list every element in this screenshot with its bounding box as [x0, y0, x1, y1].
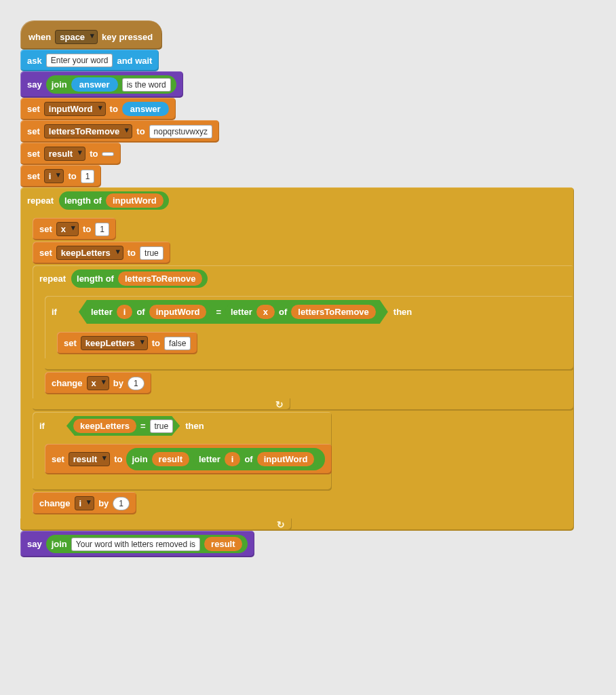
label-set: set: [27, 149, 40, 159]
var-reporter-result-2[interactable]: result: [204, 537, 242, 551]
label-set: set: [27, 171, 40, 181]
join-text-field-2[interactable]: Your word with letters removed is: [71, 538, 200, 551]
var-reporter-result[interactable]: result: [152, 452, 189, 466]
label-if: if: [52, 307, 57, 317]
label-repeat: repeat: [39, 274, 66, 284]
key-dropdown[interactable]: space: [55, 30, 98, 44]
label-to: to: [110, 104, 118, 114]
var-dropdown-keepletters[interactable]: keepLetters: [56, 246, 123, 260]
block-change-x[interactable]: change x by 1: [45, 372, 151, 394]
label-when: when: [28, 32, 51, 42]
block-repeat-inner[interactable]: repeat length of lettersToRemove if: [33, 265, 574, 411]
label-join: join: [52, 539, 67, 549]
block-set-keepletters-false[interactable]: set keepLetters to false: [57, 332, 197, 354]
label-set: set: [52, 454, 64, 464]
label-set: set: [27, 104, 40, 114]
block-set-letterstoremove[interactable]: set lettersToRemove to nopqrstuvwxyz: [20, 120, 219, 143]
block-set-inputword[interactable]: set inputWord to answer: [20, 98, 176, 120]
reporter-answer-1[interactable]: answer: [71, 77, 118, 92]
var-dropdown-x[interactable]: x: [56, 222, 79, 236]
var-dropdown-result-2[interactable]: result: [69, 452, 110, 466]
label-join: join: [52, 79, 67, 90]
var-reporter-letterstoremove[interactable]: lettersToRemove: [118, 271, 203, 286]
label-and-wait: and wait: [117, 56, 152, 66]
reporter-join-result-letter[interactable]: join result letter i of inputWord: [126, 448, 325, 470]
label-then: then: [185, 421, 204, 431]
label-repeat: repeat: [27, 195, 54, 206]
var-reporter-keepletters[interactable]: keepLetters: [73, 419, 136, 433]
field-x-1[interactable]: 1: [95, 223, 109, 236]
reporter-letter-i-of-inputword[interactable]: letter i of inputWord: [85, 303, 212, 321]
block-set-result[interactable]: set result to: [20, 143, 121, 165]
block-say-2[interactable]: say join Your word with letters removed …: [20, 531, 254, 557]
boolean-equals-letters[interactable]: letter i of inputWord = letter x of: [79, 300, 388, 324]
field-true[interactable]: true: [150, 419, 174, 433]
var-dropdown-keepletters-2[interactable]: keepLetters: [81, 336, 148, 350]
label-ask: ask: [27, 56, 42, 66]
label-to: to: [136, 126, 145, 136]
field-result-blank[interactable]: [102, 152, 114, 156]
label-set: set: [39, 224, 52, 234]
label-to: to: [114, 454, 122, 464]
join-text-field-1[interactable]: is the word: [122, 78, 171, 92]
label-if: if: [39, 421, 45, 431]
label-say: say: [27, 79, 42, 90]
label-to: to: [83, 224, 91, 234]
var-dropdown-i-2[interactable]: i: [75, 496, 95, 510]
field-change-x-1[interactable]: 1: [128, 377, 145, 390]
label-change: change: [52, 378, 83, 388]
label-to: to: [68, 171, 76, 181]
reporter-letter-x-of-letterstoremove[interactable]: letter x of lettersToRemove: [225, 303, 381, 321]
label-equals: =: [140, 421, 146, 431]
block-repeat-outer[interactable]: repeat length of inputWord set x to 1 se…: [20, 187, 574, 531]
label-lengthof: length of: [77, 274, 114, 284]
reporter-answer-2[interactable]: answer: [122, 102, 169, 116]
var-reporter-inputword[interactable]: inputWord: [106, 193, 163, 208]
loop-arrow-icon: ↻: [275, 399, 284, 410]
label-key-pressed: key pressed: [102, 32, 153, 42]
field-i-1[interactable]: 1: [81, 170, 95, 183]
var-dropdown-result[interactable]: result: [44, 147, 85, 161]
hat-when-key-pressed[interactable]: when space key pressed: [20, 20, 162, 50]
block-set-result-join[interactable]: set result to join result letter i of in…: [45, 444, 332, 474]
block-ask-and-wait[interactable]: ask Enter your word and wait: [20, 50, 159, 71]
var-reporter-x[interactable]: x: [256, 305, 275, 319]
block-say-1[interactable]: say join answer is the word: [20, 71, 183, 98]
label-to: to: [90, 149, 98, 159]
var-reporter-inputword-2[interactable]: inputWord: [149, 305, 207, 319]
block-change-i[interactable]: change i by 1: [33, 492, 136, 514]
var-dropdown-inputword[interactable]: inputWord: [44, 102, 106, 116]
boolean-keepletters-eq-true[interactable]: keepLetters = true: [66, 416, 180, 436]
block-if-compare-letters[interactable]: if letter i of inputWord =: [45, 296, 574, 371]
block-set-keepletters-true[interactable]: set keepLetters to true: [33, 242, 170, 264]
label-lengthof: length of: [64, 195, 102, 206]
label-change: change: [39, 498, 71, 508]
ask-prompt-field[interactable]: Enter your word: [46, 54, 113, 67]
var-dropdown-x-2[interactable]: x: [87, 376, 109, 390]
reporter-join-1[interactable]: join answer is the word: [46, 75, 176, 94]
block-if-keepletters[interactable]: if keepLetters = true then set result to: [33, 412, 332, 491]
field-change-i-1[interactable]: 1: [113, 497, 130, 510]
var-dropdown-i[interactable]: i: [44, 169, 64, 183]
var-reporter-inputword-3[interactable]: inputWord: [257, 452, 315, 466]
block-set-x[interactable]: set x to 1: [33, 218, 116, 240]
var-reporter-letterstoremove-2[interactable]: lettersToRemove: [291, 305, 376, 319]
label-set: set: [27, 126, 40, 136]
label-say: say: [27, 539, 42, 549]
reporter-letter-i-of-inputword-2[interactable]: letter i of inputWord: [193, 450, 320, 468]
label-to: to: [152, 338, 160, 348]
field-keep-true[interactable]: true: [140, 246, 163, 260]
label-to: to: [128, 248, 136, 258]
var-dropdown-letterstoremove[interactable]: lettersToRemove: [44, 124, 133, 138]
field-keep-false[interactable]: false: [164, 337, 191, 350]
block-set-i[interactable]: set i to 1: [20, 165, 101, 187]
reporter-lengthof-letterstoremove[interactable]: length of lettersToRemove: [71, 269, 208, 288]
var-reporter-i[interactable]: i: [117, 305, 133, 319]
label-join: join: [132, 454, 147, 464]
loop-arrow-icon: ↻: [277, 519, 285, 530]
reporter-lengthof-inputword[interactable]: length of inputWord: [59, 191, 169, 210]
var-reporter-i-2[interactable]: i: [225, 452, 241, 466]
reporter-join-2[interactable]: join Your word with letters removed is r…: [46, 535, 248, 553]
field-letterstoremove[interactable]: nopqrstuvwxyz: [149, 125, 212, 138]
label-set: set: [39, 248, 52, 258]
